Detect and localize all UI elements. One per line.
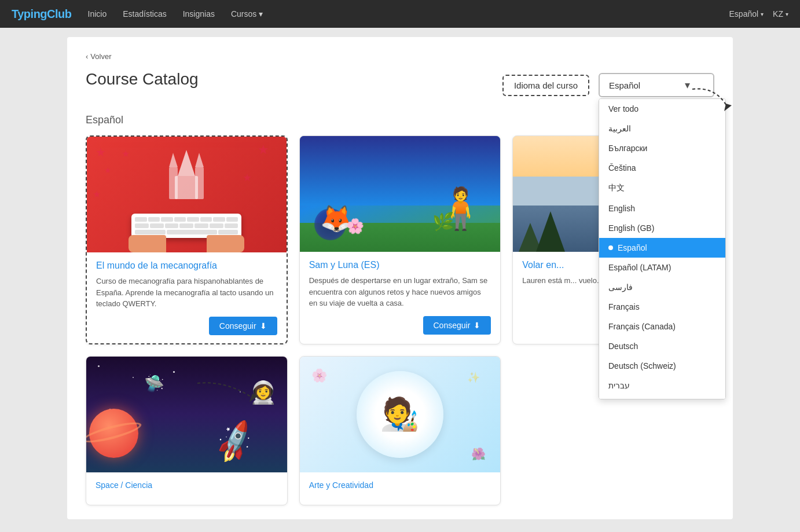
dropdown-item-francais-canada[interactable]: Français (Canada) <box>599 317 725 336</box>
course-card-space: 🚀 👩‍🚀 🛸 Space / Ciencia <box>86 356 288 505</box>
selected-indicator <box>608 245 613 250</box>
sagrada-silhouette <box>157 141 215 199</box>
card-image-mecanografia: ★ ★ ★ ★ ★ ★ <box>87 137 287 252</box>
brand-logo[interactable]: TypingClub <box>12 8 72 21</box>
card-content-sam-luna: Sam y Luna (ES) Después de despertarse e… <box>300 252 501 343</box>
filter-bar: Idioma del curso Español ▾ Ver todo العر… <box>502 73 714 97</box>
svg-rect-0 <box>175 176 198 199</box>
card-content-mecanografia: El mundo de la mecanografía Curso de mec… <box>87 252 287 343</box>
dropdown-item-hebrew[interactable]: עברית <box>599 376 725 395</box>
svg-marker-3 <box>169 153 178 167</box>
navbar: TypingClub Inicio Estadísticas Insignias… <box>0 0 800 28</box>
course-card-mecanografia: ★ ★ ★ ★ ★ ★ <box>86 135 288 344</box>
card-title-mecanografia: El mundo de la mecanografía <box>96 261 277 271</box>
card-desc-mecanografia: Curso de mecanografía para hispanohablan… <box>96 276 277 310</box>
dropdown-item-deutsch[interactable]: Deutsch <box>599 336 725 356</box>
filter-label: Idioma del curso <box>502 75 589 96</box>
dropdown-item-english-gb[interactable]: English (GB) <box>599 218 725 238</box>
card-image-floral: 🧑‍🎨 🌸 🌺 ✨ <box>300 357 501 472</box>
nav-language-selector[interactable]: Español ▾ <box>729 9 764 19</box>
nav-inicio[interactable]: Inicio <box>88 9 107 19</box>
nav-cursos[interactable]: Cursos ▾ <box>231 9 263 19</box>
svg-marker-1 <box>178 150 195 176</box>
nav-estadisticas[interactable]: Estadísticas <box>123 9 166 19</box>
language-dropdown[interactable]: Ver todo العربية Български Čeština 中文 En… <box>599 98 726 399</box>
dropdown-item-espanol[interactable]: Español <box>599 238 725 258</box>
dropdown-item-bulgarian[interactable]: Български <box>599 138 725 158</box>
dropdown-item-arabic[interactable]: العربية <box>599 119 725 138</box>
dropdown-item-ver-todo[interactable]: Ver todo <box>599 99 725 119</box>
back-link[interactable]: ‹ Volver <box>86 52 111 61</box>
card-image-sam-luna: 🦊 🧍 🌿 🌸 <box>300 136 501 252</box>
girl-character-icon: 🧑‍🎨 <box>380 395 420 433</box>
boat-icon: 🛸 <box>144 374 164 393</box>
card-title-space: Space / Ciencia <box>96 480 278 490</box>
region-caret-icon: ▾ <box>786 11 788 17</box>
dropdown-item-english[interactable]: English <box>599 199 725 218</box>
dropdown-item-chinese[interactable]: 中文 <box>599 178 725 199</box>
filter-chevron-icon: ▾ <box>685 79 690 91</box>
card-desc-sam-luna: Después de despertarse en un lugar extra… <box>309 275 491 309</box>
dropdown-item-czech[interactable]: Čeština <box>599 158 725 178</box>
card-title-sam-luna: Sam y Luna (ES) <box>309 260 491 270</box>
download-icon-2: ⬇ <box>474 321 480 330</box>
dropdown-item-farsi[interactable]: فارسی <box>599 277 725 297</box>
dropdown-item-magyar[interactable]: Magyar <box>599 395 725 399</box>
floral-circle: 🧑‍🎨 <box>357 371 443 458</box>
plant-icon: 🌿 <box>432 211 454 232</box>
card-content-space: Space / Ciencia <box>86 472 287 505</box>
course-card-sam-luna: 🦊 🧍 🌿 🌸 Sam y Luna (ES) Después de despe… <box>299 135 501 344</box>
lang-caret-icon: ▾ <box>761 11 764 17</box>
language-filter-button[interactable]: Español ▾ <box>599 73 714 97</box>
conseguir-button-mecanografia[interactable]: Conseguir ⬇ <box>209 317 277 335</box>
nav-right: Español ▾ KZ ▾ <box>729 9 788 19</box>
page-wrapper: ‹ Volver Course Catalog Idioma del curso… <box>67 37 733 519</box>
back-chevron-icon: ‹ <box>86 52 88 61</box>
svg-rect-2 <box>169 167 178 199</box>
dropdown-item-deutsch-schweiz[interactable]: Deutsch (Schweiz) <box>599 356 725 376</box>
astronaut-icon: 👩‍🚀 <box>249 380 277 405</box>
card-content-floral: Arte y Creatividad <box>300 472 501 505</box>
dropdown-item-espanol-latam[interactable]: Español (LATAM) <box>599 258 725 277</box>
page-title: Course Catalog <box>86 70 199 89</box>
dropdown-item-francais[interactable]: Français <box>599 297 725 317</box>
course-card-floral: 🧑‍🎨 🌸 🌺 ✨ Arte y Creatividad <box>299 356 501 505</box>
rocket-icon: 🚀 <box>210 417 260 467</box>
svg-marker-5 <box>195 153 204 167</box>
card-image-space: 🚀 👩‍🚀 🛸 <box>86 357 287 472</box>
plant-icon-2: 🌸 <box>346 218 364 234</box>
conseguir-button-sam-luna[interactable]: Conseguir ⬇ <box>423 316 491 335</box>
nav-insignias[interactable]: Insignias <box>183 9 215 19</box>
svg-rect-4 <box>195 167 204 199</box>
card-title-floral: Arte y Creatividad <box>309 480 491 490</box>
language-filter-wrapper: Español ▾ Ver todo العربية Български Češ… <box>599 73 714 97</box>
nav-region-selector[interactable]: KZ ▾ <box>773 9 788 19</box>
download-icon: ⬇ <box>260 321 267 331</box>
